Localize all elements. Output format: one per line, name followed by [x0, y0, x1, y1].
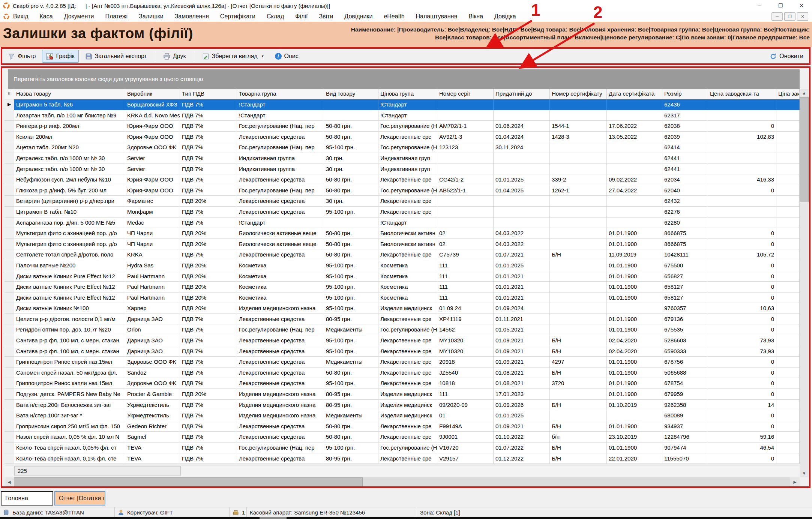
menu-item-1[interactable]: Вихід [13, 13, 29, 20]
table-cell [607, 110, 662, 121]
vertical-scrollbar[interactable]: ▲ ▼ [800, 89, 809, 477]
table-row[interactable]: Диски ватные Клиник Pure Effect №12Paul … [5, 282, 800, 292]
vertical-scroll-thumb[interactable] [800, 97, 809, 202]
tab-report-active[interactable]: Отчет [Остатки по ф ... [54, 491, 105, 506]
table-row[interactable]: Диски ватные Клиник Pure Effect №12Paul … [5, 292, 800, 303]
menu-item-2[interactable]: Каса [40, 13, 53, 20]
menu-item-6[interactable]: Замовлення [175, 13, 209, 20]
menu-item-8[interactable]: Склад [267, 13, 284, 20]
table-row[interactable]: Цитрамон В табл. №10МонфармПДВ 7%Лекарст… [5, 207, 800, 218]
table-row[interactable]: Ксило-Тева спрей назал. 0,1% фл. стеTEVA… [5, 453, 800, 464]
description-button[interactable]: i Опис [271, 50, 303, 63]
table-cell: 4297 [550, 357, 607, 368]
table-row[interactable]: Диски ватные Клиник №100ХарперПДВ 20%Изд… [5, 303, 800, 314]
table-row[interactable]: Септолете тотал спрей д/ротов. полоKRKAП… [5, 249, 800, 260]
column-header[interactable]: Номер серії [437, 89, 494, 99]
column-header[interactable]: Цінова група [378, 89, 437, 99]
group-by-panel[interactable]: Перетягніть заголовок колонки сюди для у… [8, 69, 800, 89]
column-header[interactable]: Номер сертифікату [550, 89, 607, 99]
table-row[interactable]: Лозартан табл. п/о 100 мг блистер №9KRKA… [5, 110, 800, 121]
table-row[interactable]: ▶Цитрамон 5 табл. №6Борщаговский ХФЗПДВ … [5, 99, 800, 110]
print-button[interactable]: Друк [159, 50, 190, 63]
column-header[interactable]: Дата сертифіката [607, 89, 662, 99]
menu-item-11[interactable]: Довідники [344, 13, 372, 20]
table-row[interactable]: Небуфлюзон сусп. 2мл небулы №10Юрия-Фарм… [5, 174, 800, 185]
table-row[interactable]: Гропринозин сироп 250 мг/5 мл фл. 150Ged… [5, 421, 800, 432]
column-header[interactable]: Цена заводская-та [708, 89, 776, 99]
column-header[interactable]: Розмір [662, 89, 708, 99]
menu-item-10[interactable]: Звіти [319, 13, 333, 20]
table-row[interactable]: Вата н/стер.100г зиг-заг *Укрмедтекстиль… [5, 410, 800, 421]
refresh-button[interactable]: Оновити [765, 50, 807, 63]
table-cell: Лекарственные сре [378, 207, 437, 218]
save-view-icon [202, 53, 209, 60]
menu-item-3[interactable]: Документи [64, 13, 94, 20]
table-row[interactable]: Рингера р-р инф. 200млЮрия-Фарм ОООПДВ 7… [5, 121, 800, 132]
menu-item-15[interactable]: Довідка [494, 13, 516, 20]
status-database: База даних: TASA3@TITAN [0, 507, 115, 517]
menu-item-12[interactable]: eHealth [384, 13, 404, 20]
save-view-button[interactable]: Зберегти вигляд ▼ [198, 50, 269, 63]
table-row[interactable]: Палочки ватные №200Hydra SasПДВ 20%Косме… [5, 260, 800, 271]
table-row[interactable]: Ацетал табл. 200мг N20Здоровье ООО ФКПДВ… [5, 142, 800, 153]
table-row[interactable]: Мультигрип фито с эхинацеей пор. д/оЧП Ч… [5, 228, 800, 239]
horizontal-scroll-thumb[interactable] [14, 477, 363, 487]
table-row[interactable]: Сангива р-р фл. 100 мл, с мерн. стаканДа… [5, 335, 800, 346]
minimize-button[interactable]: ─ [749, 0, 770, 11]
table-cell: ЧП Чарли [125, 239, 180, 250]
table-row[interactable]: Назол спрей назал. 0,05 % фл. 10 мл NSag… [5, 432, 800, 442]
table-row[interactable]: Целиста р-р д/ротов. полости 0,1 мг/мДар… [5, 314, 800, 325]
close-button[interactable]: ✕ [791, 0, 812, 11]
table-cell: 01.07.2022 [494, 442, 550, 453]
column-header[interactable]: Товарна група [237, 89, 324, 99]
mdi-restore-button[interactable]: ❐ [784, 12, 795, 21]
menu-item-14[interactable]: Вікна [468, 13, 483, 20]
scroll-down-button[interactable]: ▼ [800, 469, 809, 477]
table-cell: 3720 [550, 378, 607, 389]
table-cell [776, 271, 800, 282]
menu-item-13[interactable]: Налаштування [416, 13, 458, 20]
table-row[interactable]: Вата н/стер.200г Белоснежка зиг-загУкрме… [5, 400, 800, 411]
menu-item-5[interactable]: Залишки [139, 13, 164, 20]
table-row[interactable]: Ксило-Тева спрей назал. 0,05% фл. стTEVA… [5, 442, 800, 453]
scroll-up-button[interactable]: ▲ [800, 89, 809, 97]
table-row[interactable]: Диски ватные Клиник Pure Effect №12Paul … [5, 271, 800, 282]
table-row[interactable]: Мультигрип фито с эхинацеей пор. д/оЧП Ч… [5, 239, 800, 250]
chevron-down-icon[interactable]: ▼ [261, 54, 264, 58]
filter-button[interactable]: Фільтр [4, 50, 40, 63]
table-cell: ПДВ 7% [180, 164, 237, 175]
table-cell: 678756 [662, 357, 708, 368]
table-row[interactable]: Детралекс табл. п/о 1000 мг № 30ServierП… [5, 153, 800, 164]
menu-item-9[interactable]: Філії [295, 13, 308, 20]
menu-item-7[interactable]: Сертифікати [220, 13, 255, 20]
column-header[interactable]: Ціна зак [776, 89, 800, 99]
column-header[interactable]: Назва товару [14, 89, 125, 99]
scroll-right-button[interactable]: ► [790, 477, 800, 487]
table-row[interactable]: Детралекс табл. п/о 1000 мг № 30ServierП… [5, 164, 800, 175]
table-row[interactable]: Саномен спрей назал. 50 мкг/доза фл.Sand… [5, 368, 800, 378]
mdi-minimize-button[interactable]: ─ [771, 12, 783, 21]
table-row[interactable]: Ксилат 200млЮрия-Фарм ОООПДВ 7%Лекарстве… [5, 132, 800, 142]
scroll-left-button[interactable]: ◄ [5, 477, 14, 487]
chart-button[interactable]: Графік [42, 50, 78, 63]
table-cell [708, 207, 776, 218]
tab-home[interactable]: Головна [1, 491, 53, 506]
table-row[interactable]: Сангива р-р фл. 100 мл, с мерн. стаканДа… [5, 346, 800, 357]
mdi-close-button[interactable]: ✕ [797, 12, 808, 21]
table-row[interactable]: Гриппоцитрон Ринос капли наз.15млЗдоровь… [5, 378, 800, 389]
table-cell: Дарница ЗАО [125, 314, 180, 325]
table-row[interactable]: Регидрон оптим пор. доз. 10,7г №20OrionП… [5, 324, 800, 335]
table-row[interactable]: Глюкоза р-р д/инф. 5% бут. 200 млЮрия-Фа… [5, 185, 800, 196]
maximize-button[interactable]: ❐ [770, 0, 791, 11]
table-row[interactable]: Гриппоцитрон Ринос спрей наз.15млЗдоровь… [5, 357, 800, 368]
horizontal-scrollbar[interactable]: ◄ ► [5, 477, 800, 487]
table-row[interactable]: Бетаргин (цитраргинин) р-р д/пер.приФарм… [5, 196, 800, 207]
column-header[interactable]: Виробник [125, 89, 180, 99]
table-row[interactable]: Подгузн. детск. PAMPERS New Baby NеProct… [5, 389, 800, 400]
menu-item-4[interactable]: Платежі [105, 13, 128, 20]
column-header[interactable]: Придатний до [494, 89, 550, 99]
column-header[interactable]: Тип ПДВ [180, 89, 237, 99]
column-header[interactable]: Вид товару [324, 89, 378, 99]
export-button[interactable]: Загальний експорт [81, 50, 151, 63]
table-row[interactable]: Аспарагиназа пор. д/ин. 5 000 МЕ №5Medac… [5, 218, 800, 228]
